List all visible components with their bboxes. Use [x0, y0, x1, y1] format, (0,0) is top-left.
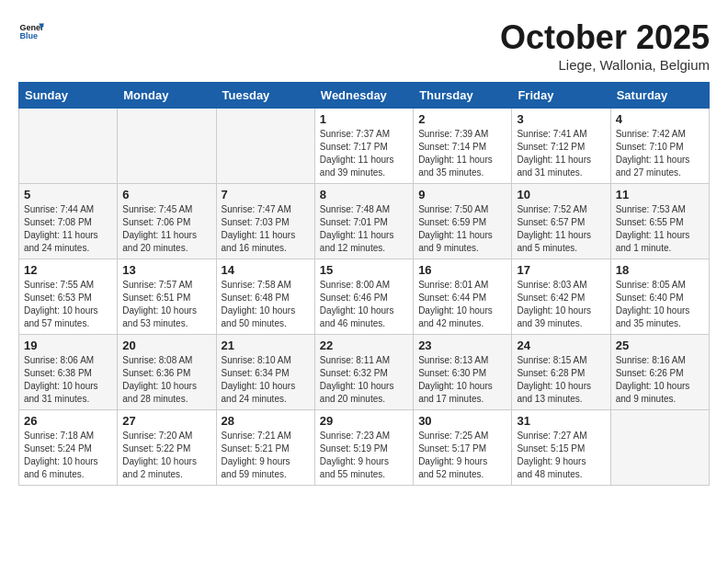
calendar-cell: 9Sunrise: 7:50 AM Sunset: 6:59 PM Daylig…	[414, 184, 512, 259]
day-number: 25	[616, 339, 704, 352]
day-info: Sunrise: 7:18 AM Sunset: 5:24 PM Dayligh…	[24, 430, 112, 481]
day-number: 1	[320, 112, 408, 126]
day-number: 16	[418, 263, 506, 277]
calendar-cell: 15Sunrise: 8:00 AM Sunset: 6:46 PM Dayli…	[314, 259, 413, 335]
day-info: Sunrise: 7:27 AM Sunset: 5:15 PM Dayligh…	[517, 430, 605, 481]
calendar-cell	[610, 410, 709, 486]
day-number: 9	[418, 188, 506, 201]
day-info: Sunrise: 7:45 AM Sunset: 7:06 PM Dayligh…	[122, 203, 210, 255]
calendar-cell: 17Sunrise: 8:03 AM Sunset: 6:42 PM Dayli…	[512, 259, 610, 335]
day-number: 28	[222, 414, 310, 428]
weekday-header-tuesday: Tuesday	[216, 83, 314, 109]
weekday-header-sunday: Sunday	[19, 83, 118, 109]
calendar-week-row: 19Sunrise: 8:06 AM Sunset: 6:38 PM Dayli…	[19, 335, 710, 410]
day-number: 3	[517, 112, 605, 126]
calendar-cell	[216, 109, 314, 184]
day-info: Sunrise: 7:44 AM Sunset: 7:08 PM Dayligh…	[24, 203, 112, 255]
calendar-cell: 6Sunrise: 7:45 AM Sunset: 7:06 PM Daylig…	[118, 184, 216, 259]
calendar-cell: 19Sunrise: 8:06 AM Sunset: 6:38 PM Dayli…	[19, 335, 118, 410]
calendar-cell	[19, 109, 118, 184]
day-info: Sunrise: 8:15 AM Sunset: 6:28 PM Dayligh…	[517, 354, 605, 406]
day-number: 2	[418, 112, 506, 126]
day-info: Sunrise: 7:52 AM Sunset: 6:57 PM Dayligh…	[517, 203, 605, 255]
day-number: 31	[517, 414, 605, 428]
day-number: 5	[24, 188, 112, 201]
calendar-cell: 4Sunrise: 7:42 AM Sunset: 7:10 PM Daylig…	[610, 109, 709, 184]
day-info: Sunrise: 8:00 AM Sunset: 6:46 PM Dayligh…	[320, 279, 408, 330]
calendar-table: SundayMondayTuesdayWednesdayThursdayFrid…	[18, 82, 710, 486]
day-number: 12	[24, 263, 112, 277]
calendar-cell: 1Sunrise: 7:37 AM Sunset: 7:17 PM Daylig…	[314, 109, 413, 184]
day-info: Sunrise: 8:05 AM Sunset: 6:40 PM Dayligh…	[616, 279, 704, 330]
day-number: 7	[222, 188, 310, 201]
day-number: 30	[418, 414, 506, 428]
day-number: 13	[122, 263, 210, 277]
calendar-cell: 10Sunrise: 7:52 AM Sunset: 6:57 PM Dayli…	[512, 184, 610, 259]
day-number: 8	[320, 188, 408, 201]
day-number: 10	[517, 188, 605, 201]
day-number: 20	[122, 339, 210, 352]
day-info: Sunrise: 7:25 AM Sunset: 5:17 PM Dayligh…	[418, 430, 506, 481]
calendar-week-row: 26Sunrise: 7:18 AM Sunset: 5:24 PM Dayli…	[19, 410, 710, 486]
day-info: Sunrise: 7:21 AM Sunset: 5:21 PM Dayligh…	[222, 430, 310, 481]
day-number: 14	[222, 263, 310, 277]
weekday-header-thursday: Thursday	[414, 83, 512, 109]
day-info: Sunrise: 7:41 AM Sunset: 7:12 PM Dayligh…	[517, 128, 605, 179]
calendar-cell: 22Sunrise: 8:11 AM Sunset: 6:32 PM Dayli…	[314, 335, 413, 410]
day-info: Sunrise: 7:37 AM Sunset: 7:17 PM Dayligh…	[320, 128, 408, 179]
day-number: 24	[517, 339, 605, 352]
title-block: October 2025 Liege, Wallonia, Belgium	[500, 18, 710, 73]
day-info: Sunrise: 7:53 AM Sunset: 6:55 PM Dayligh…	[616, 203, 704, 255]
calendar-cell: 14Sunrise: 7:58 AM Sunset: 6:48 PM Dayli…	[216, 259, 314, 335]
day-info: Sunrise: 8:03 AM Sunset: 6:42 PM Dayligh…	[517, 279, 605, 330]
calendar-cell: 20Sunrise: 8:08 AM Sunset: 6:36 PM Dayli…	[118, 335, 216, 410]
month-title: October 2025	[500, 18, 710, 57]
day-info: Sunrise: 8:13 AM Sunset: 6:30 PM Dayligh…	[418, 354, 506, 406]
day-number: 19	[24, 339, 112, 352]
calendar-cell: 21Sunrise: 8:10 AM Sunset: 6:34 PM Dayli…	[216, 335, 314, 410]
weekday-header-monday: Monday	[118, 83, 216, 109]
day-info: Sunrise: 7:39 AM Sunset: 7:14 PM Dayligh…	[418, 128, 506, 179]
calendar-cell: 25Sunrise: 8:16 AM Sunset: 6:26 PM Dayli…	[610, 335, 709, 410]
day-info: Sunrise: 7:47 AM Sunset: 7:03 PM Dayligh…	[222, 203, 310, 255]
day-number: 21	[222, 339, 310, 352]
day-info: Sunrise: 7:55 AM Sunset: 6:53 PM Dayligh…	[24, 279, 112, 330]
day-info: Sunrise: 7:50 AM Sunset: 6:59 PM Dayligh…	[418, 203, 506, 255]
day-number: 23	[418, 339, 506, 352]
calendar-cell: 2Sunrise: 7:39 AM Sunset: 7:14 PM Daylig…	[414, 109, 512, 184]
day-number: 15	[320, 263, 408, 277]
day-number: 22	[320, 339, 408, 352]
location-text: Liege, Wallonia, Belgium	[500, 57, 710, 73]
page-header: General Blue October 2025 Liege, Walloni…	[18, 18, 710, 73]
logo: General Blue	[18, 18, 44, 44]
day-info: Sunrise: 8:08 AM Sunset: 6:36 PM Dayligh…	[122, 354, 210, 406]
logo-icon: General Blue	[18, 18, 44, 44]
calendar-cell: 13Sunrise: 7:57 AM Sunset: 6:51 PM Dayli…	[118, 259, 216, 335]
weekday-header-wednesday: Wednesday	[314, 83, 413, 109]
day-info: Sunrise: 8:11 AM Sunset: 6:32 PM Dayligh…	[320, 354, 408, 406]
calendar-cell: 26Sunrise: 7:18 AM Sunset: 5:24 PM Dayli…	[19, 410, 118, 486]
calendar-cell: 30Sunrise: 7:25 AM Sunset: 5:17 PM Dayli…	[414, 410, 512, 486]
day-number: 26	[24, 414, 112, 428]
day-number: 17	[517, 263, 605, 277]
calendar-cell: 16Sunrise: 8:01 AM Sunset: 6:44 PM Dayli…	[414, 259, 512, 335]
calendar-cell: 5Sunrise: 7:44 AM Sunset: 7:08 PM Daylig…	[19, 184, 118, 259]
svg-text:Blue: Blue	[19, 31, 38, 40]
day-number: 11	[616, 188, 704, 201]
day-info: Sunrise: 7:57 AM Sunset: 6:51 PM Dayligh…	[122, 279, 210, 330]
calendar-cell: 12Sunrise: 7:55 AM Sunset: 6:53 PM Dayli…	[19, 259, 118, 335]
day-info: Sunrise: 8:01 AM Sunset: 6:44 PM Dayligh…	[418, 279, 506, 330]
weekday-header-friday: Friday	[512, 83, 610, 109]
day-info: Sunrise: 7:42 AM Sunset: 7:10 PM Dayligh…	[616, 128, 704, 179]
calendar-cell: 3Sunrise: 7:41 AM Sunset: 7:12 PM Daylig…	[512, 109, 610, 184]
calendar-cell: 24Sunrise: 8:15 AM Sunset: 6:28 PM Dayli…	[512, 335, 610, 410]
calendar-cell: 18Sunrise: 8:05 AM Sunset: 6:40 PM Dayli…	[610, 259, 709, 335]
day-number: 27	[122, 414, 210, 428]
weekday-header-saturday: Saturday	[610, 83, 709, 109]
day-info: Sunrise: 7:20 AM Sunset: 5:22 PM Dayligh…	[122, 430, 210, 481]
day-info: Sunrise: 7:48 AM Sunset: 7:01 PM Dayligh…	[320, 203, 408, 255]
calendar-cell: 7Sunrise: 7:47 AM Sunset: 7:03 PM Daylig…	[216, 184, 314, 259]
day-info: Sunrise: 7:58 AM Sunset: 6:48 PM Dayligh…	[222, 279, 310, 330]
calendar-cell: 31Sunrise: 7:27 AM Sunset: 5:15 PM Dayli…	[512, 410, 610, 486]
calendar-cell: 23Sunrise: 8:13 AM Sunset: 6:30 PM Dayli…	[414, 335, 512, 410]
